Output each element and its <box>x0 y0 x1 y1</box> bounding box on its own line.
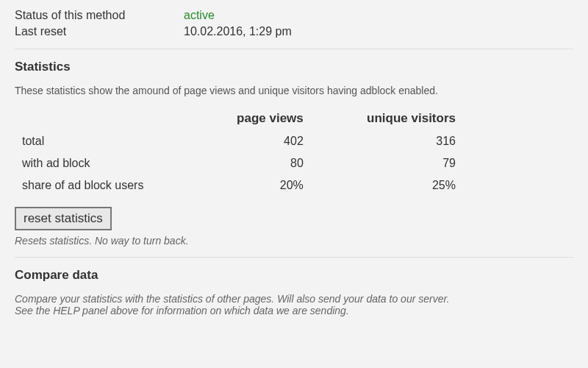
row-share-pv: 20% <box>191 174 311 197</box>
statistics-table: page views unique visitors total 402 316… <box>15 107 463 197</box>
row-total-label: total <box>15 130 191 152</box>
col-uniquevisitors: unique visitors <box>311 107 463 130</box>
row-withab-label: with ad block <box>15 152 191 174</box>
compare-heading: Compare data <box>15 268 573 283</box>
reset-note: Resets statistics. No way to turn back. <box>15 235 573 247</box>
row-withab-pv: 80 <box>191 152 311 174</box>
table-row: total 402 316 <box>15 130 463 152</box>
lastreset-row: Last reset 10.02.2016, 1:29 pm <box>15 25 573 38</box>
reset-statistics-button[interactable]: reset statistics <box>15 207 112 230</box>
status-row: Status of this method active <box>15 9 573 22</box>
table-row: with ad block 80 79 <box>15 152 463 174</box>
status-value: active <box>184 9 215 22</box>
divider <box>15 257 573 258</box>
status-label: Status of this method <box>15 9 184 22</box>
statistics-description: These statistics show the amound of page… <box>15 85 573 96</box>
statistics-heading: Statistics <box>15 60 573 74</box>
lastreset-label: Last reset <box>15 25 184 38</box>
row-withab-uv: 79 <box>311 152 463 174</box>
col-pageviews: page views <box>191 107 311 130</box>
compare-description-line2: See the HELP panel above for information… <box>15 305 573 316</box>
table-header-row: page views unique visitors <box>15 107 463 130</box>
divider <box>15 49 573 49</box>
row-share-uv: 25% <box>311 174 463 197</box>
compare-description-line1: Compare your statistics with the statist… <box>15 293 573 305</box>
col-blank <box>15 107 191 130</box>
row-share-label: share of ad block users <box>15 174 191 197</box>
row-total-pv: 402 <box>191 130 311 152</box>
row-total-uv: 316 <box>311 130 463 152</box>
lastreset-value: 10.02.2016, 1:29 pm <box>184 25 292 38</box>
table-row: share of ad block users 20% 25% <box>15 174 463 197</box>
